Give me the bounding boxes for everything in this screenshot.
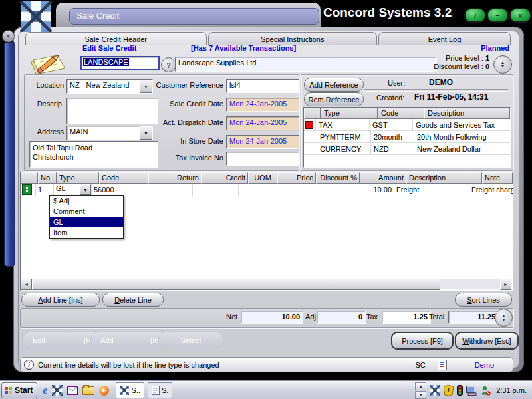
button-label: Withdraw [Esc] <box>462 337 511 345</box>
adj-value: 0 <box>358 313 362 322</box>
add-line-button[interactable]: Add Line [Ins] <box>21 293 100 307</box>
customer-reference-label: Customer Reference <box>156 81 223 89</box>
address-text[interactable]: Old Tai Tapu Road Christchurch <box>29 141 158 168</box>
adj-field[interactable]: 0 <box>317 311 366 324</box>
ref-code: GST <box>370 119 413 130</box>
grid-header: No. Type Code Return Credit UOM Price Di… <box>21 172 513 184</box>
totals-spinner[interactable]: ▲ ▼ <box>495 309 513 327</box>
status-mode: Demo <box>475 361 494 369</box>
customer-name-field[interactable]: Landscape Supplies Ltd <box>175 57 437 72</box>
chevron-down-icon[interactable]: ▼ <box>80 184 91 195</box>
net-field[interactable]: 10.00 <box>241 311 303 324</box>
select-button[interactable]: Select <box>158 332 223 348</box>
ref-code: NZD <box>371 143 414 154</box>
scrollbar-thumb[interactable] <box>32 279 440 290</box>
created-value: Fri 11-Feb-05, 14:31 <box>414 92 488 102</box>
chevron-down-icon[interactable]: ▼ <box>415 391 426 399</box>
close-icon: x <box>518 12 522 19</box>
dropdown-option[interactable]: Comment <box>50 206 123 217</box>
scroll-left-arrow[interactable]: ◄ <box>21 279 32 290</box>
concord-logo-icon[interactable] <box>52 385 63 396</box>
in-store-date-field[interactable]: Mon 24-Jan-2005 <box>226 135 299 149</box>
cell-discount <box>305 184 348 196</box>
tax-field[interactable]: 1.25 <box>382 311 431 324</box>
created-label: Created: <box>376 94 404 102</box>
offline-user-icon[interactable] <box>481 386 491 396</box>
reference-row[interactable]: PYMTTERM 20month 20th Month Following <box>304 131 510 143</box>
side-collapse-button[interactable]: ▼ <box>2 30 15 43</box>
taskbar-task-document[interactable]: S. <box>148 382 172 398</box>
taskbar-task-concord[interactable]: S.. <box>116 382 144 398</box>
info-button[interactable]: i <box>464 8 486 23</box>
total-field[interactable]: 11.25 <box>448 311 499 324</box>
customer-reference-input[interactable]: lsl4 <box>226 79 299 93</box>
act-dispatch-date-label: Act. Dispatch Date <box>156 118 223 126</box>
edit-note-icon <box>29 49 68 74</box>
horizontal-scrollbar[interactable]: ◄ ► <box>21 279 511 289</box>
act-dispatch-date: Mon 24-Jan-2005 <box>229 118 287 126</box>
tax-label: Tax <box>366 313 378 321</box>
tab-event-log[interactable]: Event Log <box>378 32 511 45</box>
security-shield-icon[interactable]: ! <box>444 385 454 396</box>
col-return: Return <box>148 172 201 184</box>
descrip-input[interactable] <box>66 98 158 124</box>
type-combobox[interactable]: GL ▼ <box>54 184 91 195</box>
scroll-right-arrow[interactable]: ► <box>500 279 511 290</box>
rem-reference-button[interactable]: Rem Reference <box>304 92 364 106</box>
sale-credit-date: Mon 24-Jan-2005 <box>229 100 287 108</box>
start-button[interactable]: Start <box>1 382 37 398</box>
reference-row[interactable]: TAX GST Goods and Services Tax <box>304 119 510 131</box>
dropdown-option[interactable]: Item <box>50 227 123 238</box>
act-dispatch-date-field[interactable]: Mon 24-Jan-2005 <box>226 116 299 130</box>
minimize-button[interactable]: − <box>487 8 509 23</box>
tax-invoice-input[interactable] <box>226 152 299 166</box>
dropdown-option-selected[interactable]: GL <box>50 217 123 227</box>
col-description: Description <box>424 108 510 119</box>
cell-no: 1 <box>36 184 54 196</box>
cell-amount: 10.00 <box>348 184 394 196</box>
reference-row[interactable]: CURRENCY NZD New Zealand Dollar <box>304 143 510 155</box>
customer-code-input[interactable]: LANDSCAPE <box>80 56 160 70</box>
withdraw-button[interactable]: Withdraw [Esc] <box>455 332 519 350</box>
folder-icon[interactable] <box>82 386 94 395</box>
total-label: Total <box>429 313 444 321</box>
location-select[interactable]: NZ - New Zealand ▼ <box>66 79 153 94</box>
traffic-light-icon[interactable] <box>457 385 463 396</box>
side-dock-bar <box>4 42 15 267</box>
dropdown-option[interactable]: $ Adj <box>50 196 123 206</box>
delete-line-button[interactable]: Delete Line <box>102 293 164 307</box>
help-icon: ? <box>166 63 171 67</box>
ref-type: PYMTTERM <box>317 131 371 142</box>
cell-description: Freight <box>394 184 469 196</box>
tab-sale-credit-header[interactable]: Sale Credit Header <box>25 32 207 45</box>
price-level-value: 1 <box>485 54 489 62</box>
media-player-icon[interactable]: ▶ <box>99 386 109 396</box>
ref-type: TAX <box>316 119 370 130</box>
total-value: 11.25 <box>477 313 495 322</box>
computer-icon[interactable] <box>466 386 477 396</box>
internet-explorer-icon[interactable]: e <box>43 385 47 396</box>
close-button[interactable]: x <box>509 8 531 23</box>
in-store-date-label: In Store Date <box>156 137 223 145</box>
document-icon <box>438 360 447 370</box>
user-value: DEMO <box>429 78 453 87</box>
svg-text:!: ! <box>448 387 450 394</box>
button-label: Add Reference <box>309 81 358 89</box>
chevron-down-icon[interactable]: ▼ <box>140 126 152 140</box>
sale-credit-date-field[interactable]: Mon 24-Jan-2005 <box>226 98 299 112</box>
add-reference-button[interactable]: Add Reference <box>304 78 364 92</box>
chevron-up-icon[interactable]: ▲ <box>415 382 426 390</box>
chevron-down-icon[interactable]: ▼ <box>140 80 152 93</box>
level-spinner[interactable]: ▲ ▼ <box>493 55 512 74</box>
tab-special-instructions[interactable]: Special Instructions <box>208 32 378 45</box>
process-button[interactable]: Process [F9] <box>391 332 454 350</box>
sort-lines-button[interactable]: Sort Lines <box>455 293 512 307</box>
concord-tray-icon[interactable] <box>430 385 440 396</box>
selected-text: LANDSCAPE <box>83 58 129 66</box>
help-button[interactable]: ? <box>161 57 176 72</box>
reference-table-header: Type Code Description <box>304 108 510 119</box>
tray-expand-control[interactable]: ▲ ▼ <box>415 382 426 399</box>
button-label: Rem Reference <box>308 96 359 104</box>
address-select[interactable]: MAIN ▼ <box>66 126 153 140</box>
mail-icon[interactable] <box>67 386 78 395</box>
